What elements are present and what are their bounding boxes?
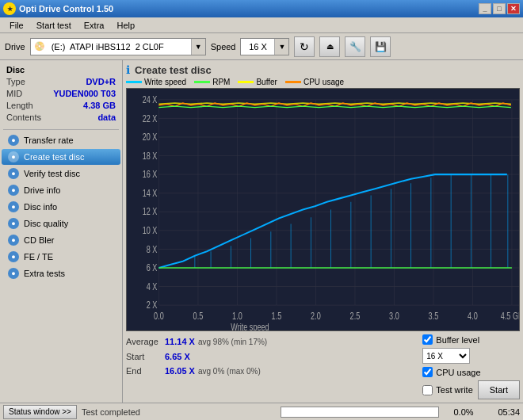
chart-container: 24 X 22 X 20 X 18 X 16 X 14 X 12 X 10 X … (126, 88, 520, 331)
sidebar-item-disc-quality[interactable]: ● Disc quality (2, 216, 120, 231)
sidebar-label-disc-info: Disc info (24, 202, 57, 212)
cpu-usage-label: CPU usage (436, 368, 480, 377)
svg-text:3.5: 3.5 (429, 311, 439, 322)
buffer-level-label: Buffer level (436, 335, 479, 345)
disc-type-value: DVD+R (86, 76, 116, 88)
save-button[interactable]: 💾 (370, 36, 391, 57)
stat-end-label: End (126, 364, 162, 378)
stat-average-row: Average 11.14 X avg 98% (min 17%) (126, 334, 414, 349)
svg-text:2.0: 2.0 (311, 311, 321, 322)
disc-info-icon: ● (8, 201, 19, 212)
chart-title-icon: ℹ (126, 63, 130, 76)
stat-start-label: Start (126, 349, 162, 364)
test-write-checkbox[interactable] (422, 385, 433, 395)
stat-end-row: End 16.05 X avg 0% (max 0%) (126, 364, 414, 379)
sidebar-item-transfer-rate[interactable]: ● Transfer rate (2, 132, 120, 148)
sidebar-divider-1 (3, 129, 119, 130)
stat-average-extra: avg 98% (min 17%) (198, 335, 267, 349)
svg-text:1.0: 1.0 (232, 311, 242, 322)
menu-file[interactable]: File (3, 19, 30, 32)
svg-text:24 X: 24 X (143, 94, 158, 105)
svg-text:10 X: 10 X (143, 225, 158, 236)
title-bar-left: ★ Opti Drive Control 1.50 (3, 2, 113, 15)
test-write-row: Test write (422, 385, 472, 395)
time-display: 05:34 (488, 407, 520, 417)
refresh-button[interactable]: ↻ (294, 36, 315, 57)
speed-input[interactable] (241, 39, 274, 55)
svg-text:4.5 GB: 4.5 GB (501, 311, 519, 322)
sidebar-item-extra-tests[interactable]: ● Extra tests (2, 265, 120, 281)
sidebar-label-fe-te: FE / TE (24, 252, 53, 262)
svg-text:16 X: 16 X (143, 169, 158, 180)
menu-bar: File Start test Extra Help (0, 17, 523, 33)
svg-text:8 X: 8 X (147, 243, 158, 254)
stat-start-value: 6.65 X (165, 349, 190, 364)
chart-header: ℹ Create test disc (126, 63, 520, 76)
progress-bar-container (281, 407, 439, 418)
stats-panel: Average 11.14 X avg 98% (min 17%) Start … (126, 334, 520, 399)
chart-area: ℹ Create test disc Write speed RPM Buffe… (123, 60, 523, 403)
stat-end-value: 16.05 X (165, 364, 195, 378)
sidebar-item-drive-info[interactable]: ● Drive info (2, 182, 120, 198)
maximize-button[interactable]: □ (493, 3, 506, 14)
disc-info-section: Disc Type DVD+R MID YUDEN000 T03 Length … (0, 63, 122, 127)
legend-write-speed-color (126, 81, 142, 83)
sidebar-item-create-test-disc[interactable]: ● Create test disc (2, 149, 120, 165)
legend-buffer-color (238, 81, 254, 83)
title-bar: ★ Opti Drive Control 1.50 _ □ ✕ (0, 0, 523, 17)
drive-dropdown-btn[interactable]: ▼ (191, 39, 205, 55)
eject-button[interactable]: ⏏ (319, 36, 340, 57)
sidebar-label-cd-bler: CD Bler (24, 235, 55, 245)
legend-cpu-label: CPU usage (303, 78, 344, 86)
test-write-start-row: Test write Start (422, 380, 520, 399)
svg-text:2 X: 2 X (147, 300, 158, 311)
sidebar-item-fe-te[interactable]: ● FE / TE (2, 249, 120, 265)
legend-write-speed-label: Write speed (144, 78, 186, 86)
svg-text:18 X: 18 X (143, 150, 158, 161)
menu-help[interactable]: Help (110, 19, 141, 32)
sidebar-item-verify-test-disc[interactable]: ● Verify test disc (2, 166, 120, 181)
transfer-rate-icon: ● (8, 135, 19, 146)
buffer-level-checkbox[interactable] (422, 334, 433, 345)
toolbar: Drive 📀 ▼ Speed ▼ ↻ ⏏ 🔧 💾 (0, 33, 523, 60)
svg-text:20 X: 20 X (143, 132, 158, 143)
svg-text:4.0: 4.0 (468, 311, 478, 322)
legend-write-speed: Write speed (126, 78, 186, 86)
sidebar-item-disc-info[interactable]: ● Disc info (2, 199, 120, 215)
status-window-button[interactable]: Status window >> (3, 405, 77, 419)
drive-label: Drive (5, 42, 25, 52)
disc-contents-row: Contents data (6, 112, 116, 124)
close-button[interactable]: ✕ (507, 3, 520, 14)
stat-end-extra: avg 0% (max 0%) (198, 365, 261, 379)
write-speed-select[interactable]: 16 X (422, 348, 470, 364)
drive-info-icon: ● (8, 185, 19, 196)
stats-right: Buffer level 16 X CPU usage Test write (422, 334, 520, 399)
svg-text:12 X: 12 X (143, 206, 158, 217)
start-button[interactable]: Start (478, 380, 520, 399)
cpu-usage-checkbox[interactable] (422, 367, 433, 377)
legend-cpu: CPU usage (285, 78, 344, 86)
minimize-button[interactable]: _ (479, 3, 491, 14)
disc-type-row: Type DVD+R (6, 76, 116, 88)
svg-text:1.5: 1.5 (272, 311, 282, 322)
menu-extra[interactable]: Extra (78, 19, 111, 32)
stat-average-label: Average (126, 334, 162, 349)
svg-text:4 X: 4 X (147, 281, 158, 292)
cpu-usage-row: CPU usage (422, 367, 480, 377)
sidebar-item-cd-bler[interactable]: ● CD Bler (2, 232, 120, 248)
legend-rpm-color (194, 81, 210, 83)
menu-start-test[interactable]: Start test (30, 19, 78, 32)
stats-left: Average 11.14 X avg 98% (min 17%) Start … (126, 334, 414, 399)
disc-length-row: Length 4.38 GB (6, 100, 116, 112)
extra-tests-icon: ● (8, 268, 19, 279)
sidebar-label-transfer-rate: Transfer rate (24, 136, 74, 145)
drive-select[interactable] (48, 39, 191, 55)
svg-text:2.5: 2.5 (350, 311, 361, 322)
settings-button[interactable]: 🔧 (345, 36, 365, 57)
chart-svg: 24 X 22 X 20 X 18 X 16 X 14 X 12 X 10 X … (127, 89, 519, 330)
speed-dropdown-btn[interactable]: ▼ (274, 39, 288, 55)
buffer-level-row: Buffer level (422, 334, 479, 345)
stat-start-row: Start 6.65 X (126, 349, 414, 364)
disc-contents-label: Contents (6, 112, 41, 124)
disc-length-label: Length (6, 100, 33, 112)
